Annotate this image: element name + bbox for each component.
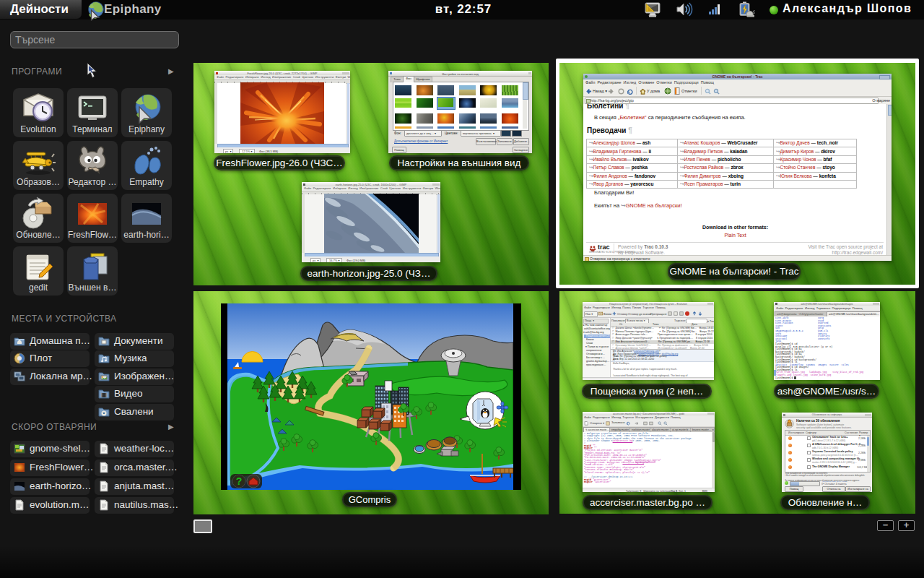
svg-text:?: ? — [236, 475, 243, 487]
